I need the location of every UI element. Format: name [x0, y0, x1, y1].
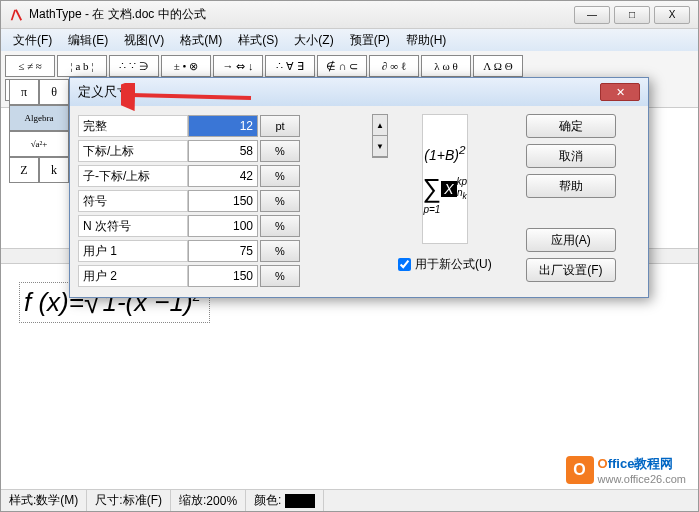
- size-input-symbol[interactable]: [188, 190, 258, 212]
- side-palette: πθ Algebra √a²+ Zk: [9, 79, 71, 183]
- status-color-swatch[interactable]: [285, 494, 315, 508]
- size-input-user1[interactable]: [188, 240, 258, 262]
- status-style[interactable]: 数学(M): [36, 492, 78, 509]
- close-button[interactable]: X: [654, 6, 690, 24]
- status-zoom[interactable]: 200%: [206, 494, 237, 508]
- size-preview: (1+B)2 ∑ p=1 X kp nk: [422, 114, 468, 244]
- size-grid: 完整pt 下标/上标% 子-下标/上标% 符号% N 次符号% 用户 1% 用户…: [78, 114, 358, 289]
- minimize-button[interactable]: —: [574, 6, 610, 24]
- define-sizes-dialog: 定义尺寸 ✕ 完整pt 下标/上标% 子-下标/上标% 符号% N 次符号% 用…: [69, 77, 649, 298]
- size-input-subsup[interactable]: [188, 140, 258, 162]
- toolbar-symbol-group[interactable]: ∉ ∩ ⊂: [317, 55, 367, 77]
- menubar: 文件(F) 编辑(E) 视图(V) 格式(M) 样式(S) 大小(Z) 预置(P…: [1, 29, 698, 51]
- size-input-user2[interactable]: [188, 265, 258, 287]
- help-button[interactable]: 帮助: [526, 174, 616, 198]
- toolbar-symbol-group[interactable]: λ ω θ: [421, 55, 471, 77]
- menu-format[interactable]: 格式(M): [172, 29, 230, 51]
- unit-dropdown[interactable]: pt: [260, 115, 300, 137]
- size-input-subsubsup[interactable]: [188, 165, 258, 187]
- size-label-symbol: 符号: [78, 190, 188, 212]
- statusbar: 样式: 数学(M) 尺寸: 标准(F) 缩放: 200% 颜色:: [1, 489, 698, 511]
- unit-dropdown[interactable]: %: [260, 240, 300, 262]
- status-size[interactable]: 标准(F): [123, 492, 162, 509]
- size-input-full[interactable]: [188, 115, 258, 137]
- window-titlebar: MathType - 在 文档.doc 中的公式 — □ X: [1, 1, 698, 29]
- menu-edit[interactable]: 编辑(E): [60, 29, 116, 51]
- size-label-subsubsup: 子-下标/上标: [78, 165, 188, 187]
- toolbar-symbol-group[interactable]: ∴ ∀ ∃: [265, 55, 315, 77]
- unit-dropdown[interactable]: %: [260, 140, 300, 162]
- use-for-new-input[interactable]: [398, 258, 411, 271]
- toolbar-symbol-group[interactable]: ¦ a b ¦: [57, 55, 107, 77]
- unit-dropdown[interactable]: %: [260, 165, 300, 187]
- palette-k[interactable]: k: [39, 157, 69, 183]
- menu-help[interactable]: 帮助(H): [398, 29, 455, 51]
- app-icon: [9, 8, 23, 22]
- toolbar-symbol-group[interactable]: Λ Ω Θ: [473, 55, 523, 77]
- size-label-subsup: 下标/上标: [78, 140, 188, 162]
- menu-size[interactable]: 大小(Z): [286, 29, 341, 51]
- use-for-new-checkbox[interactable]: 用于新公式(U): [398, 256, 492, 273]
- size-label-user2: 用户 2: [78, 265, 188, 287]
- size-input-nsymbol[interactable]: [188, 215, 258, 237]
- ok-button[interactable]: 确定: [526, 114, 616, 138]
- watermark-icon: O: [566, 456, 594, 484]
- toolbar-symbol-group[interactable]: → ⇔ ↓: [213, 55, 263, 77]
- cancel-button[interactable]: 取消: [526, 144, 616, 168]
- dialog-titlebar[interactable]: 定义尺寸 ✕: [70, 78, 648, 106]
- toolbar-symbol-group[interactable]: ∴ ∵ ∋: [109, 55, 159, 77]
- palette-algebra-tab[interactable]: Algebra: [9, 105, 69, 131]
- size-label-nsymbol: N 次符号: [78, 215, 188, 237]
- palette-z[interactable]: Z: [9, 157, 39, 183]
- spinner-up[interactable]: ▲: [373, 115, 387, 136]
- unit-dropdown[interactable]: %: [260, 265, 300, 287]
- spinner-down[interactable]: ▼: [373, 136, 387, 157]
- apply-button[interactable]: 应用(A): [526, 228, 616, 252]
- palette-theta[interactable]: θ: [39, 79, 69, 105]
- dialog-close-button[interactable]: ✕: [600, 83, 640, 101]
- palette-sqrt[interactable]: √a²+: [9, 131, 69, 157]
- sigma-icon: ∑: [423, 173, 442, 204]
- menu-style[interactable]: 样式(S): [230, 29, 286, 51]
- size-label-user1: 用户 1: [78, 240, 188, 262]
- dialog-title: 定义尺寸: [78, 83, 130, 101]
- menu-file[interactable]: 文件(F): [5, 29, 60, 51]
- unit-dropdown[interactable]: %: [260, 215, 300, 237]
- toolbar-symbol-group[interactable]: ≤ ≠ ≈: [5, 55, 55, 77]
- palette-pi[interactable]: π: [9, 79, 39, 105]
- toolbar-symbol-group[interactable]: ∂ ∞ ℓ: [369, 55, 419, 77]
- maximize-button[interactable]: □: [614, 6, 650, 24]
- watermark: O Office教程网 www.office26.com: [566, 455, 686, 485]
- toolbar-symbol-group[interactable]: ± • ⊗: [161, 55, 211, 77]
- menu-view[interactable]: 视图(V): [116, 29, 172, 51]
- size-label-full: 完整: [78, 115, 188, 137]
- window-title: MathType - 在 文档.doc 中的公式: [29, 6, 206, 23]
- unit-dropdown[interactable]: %: [260, 190, 300, 212]
- menu-preset[interactable]: 预置(P): [342, 29, 398, 51]
- factory-button[interactable]: 出厂设置(F): [526, 258, 616, 282]
- spinner-control[interactable]: ▲ ▼: [372, 114, 388, 158]
